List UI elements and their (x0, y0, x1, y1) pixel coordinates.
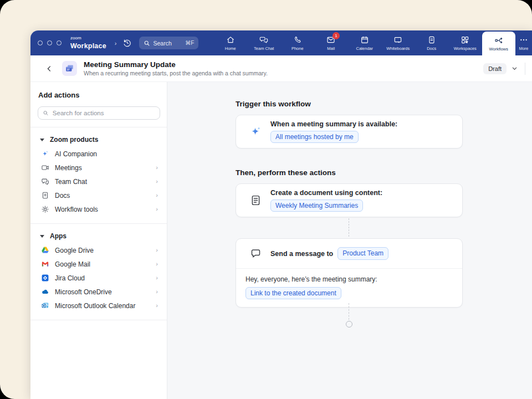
search-icon (43, 110, 49, 116)
send-message-card[interactable]: Send a message to Product Team Hey, ever… (236, 238, 463, 308)
onedrive-icon (40, 288, 49, 296)
sidebar-item-docs[interactable]: Docs › (38, 188, 160, 202)
ai-sparkle-icon (40, 150, 49, 158)
sidebar-heading: Add actions (38, 91, 160, 99)
phone-icon (293, 35, 302, 44)
window-controls[interactable] (38, 40, 62, 45)
sidebar-divider (30, 223, 167, 224)
window-control-dot[interactable] (47, 40, 52, 45)
back-button[interactable] (45, 65, 53, 73)
header-right: Draft (483, 63, 525, 75)
chevron-right-icon: › (156, 303, 158, 309)
chevron-right-icon: › (156, 289, 158, 295)
send-message-text: Send a message to (270, 250, 333, 258)
sidebar-item-jira-cloud[interactable]: Jira Cloud › (38, 271, 160, 285)
document-link-chip[interactable]: Link to the created document (245, 287, 341, 299)
jira-icon (40, 274, 49, 283)
recipient-chip[interactable]: Product Team (337, 247, 388, 259)
connector-line (349, 218, 349, 237)
workflows-icon (494, 36, 503, 45)
sidebar-divider (30, 320, 167, 320)
nav-items: Home Team Chat Phone 1 Mail Calend (214, 30, 532, 55)
calendar-icon (360, 35, 369, 44)
nav-item-team-chat[interactable]: Team Chat (247, 30, 281, 55)
workflow-subtitle: When a recurring meeting starts, post th… (84, 70, 268, 76)
chevron-right-icon: › (156, 192, 158, 198)
window-control-dot[interactable] (38, 40, 43, 45)
nav-item-workspaces[interactable]: Workspaces (448, 30, 482, 55)
docs-icon (427, 35, 436, 44)
nav-item-docs[interactable]: Docs (415, 30, 449, 55)
status-chevron-down-icon[interactable] (511, 65, 518, 71)
sidebar-item-ai-companion[interactable]: AI Companion (38, 147, 160, 161)
gmail-icon (40, 260, 49, 269)
connector-line (349, 303, 349, 320)
section-apps[interactable]: Apps (40, 232, 160, 240)
window-control-dot[interactable] (57, 40, 62, 45)
chevron-left-icon (45, 65, 53, 73)
trigger-text: When a meeting summary is available: (270, 120, 397, 128)
nav-item-mail[interactable]: 1 Mail (314, 30, 348, 55)
global-search[interactable]: Search ⌘F (139, 37, 198, 49)
history-icon[interactable] (122, 38, 132, 48)
screenshot-stage: zoom Workplace › Search ⌘F Home (0, 0, 532, 399)
document-title-chip[interactable]: Weekly Meeting Summaries (270, 200, 363, 212)
create-document-card[interactable]: Create a document using content: Weekly … (236, 183, 463, 217)
section-zoom-products[interactable]: Zoom products (40, 136, 160, 144)
search-icon (144, 40, 150, 47)
status-badge[interactable]: Draft (483, 63, 507, 74)
meetings-icon (40, 163, 49, 172)
header-divider (525, 63, 525, 75)
body-row: Add actions Zoom products (30, 82, 532, 399)
whiteboards-icon (393, 35, 402, 44)
actions-search-input[interactable] (52, 109, 155, 117)
chat-icon (40, 177, 49, 186)
trigger-scope-chip[interactable]: All meetings hosted by me (270, 131, 359, 143)
chat-bubble-icon (249, 247, 262, 260)
nav-item-more[interactable]: More (515, 30, 532, 55)
workflow-header: Meeting Summary Update When a recurring … (30, 55, 532, 82)
logo-workplace-text: Workplace (70, 42, 106, 50)
top-navbar: zoom Workplace › Search ⌘F Home (30, 30, 532, 55)
nav-item-home[interactable]: Home (214, 30, 248, 55)
google-drive-icon (40, 246, 49, 255)
nav-item-workflows[interactable]: Workflows (482, 32, 516, 55)
chevron-right-icon: › (156, 178, 158, 185)
add-actions-sidebar: Add actions Zoom products (30, 82, 167, 399)
team-chat-icon (259, 35, 268, 44)
trigger-card[interactable]: When a meeting summary is available: All… (236, 115, 463, 149)
search-shortcut: ⌘F (185, 40, 194, 46)
sidebar-item-google-mail[interactable]: Google Mail › (38, 257, 160, 271)
outlook-calendar-icon (40, 301, 49, 310)
ai-sparkle-icon (249, 125, 262, 138)
logo-zoom-text: zoom (70, 36, 106, 40)
sidebar-item-workflow-tools[interactable]: Workflow tools › (38, 202, 160, 216)
sidebar-item-team-chat[interactable]: Team Chat › (38, 175, 160, 188)
home-icon (226, 35, 235, 44)
mail-badge: 1 (332, 32, 340, 39)
sidebar-item-microsoft-onedrive[interactable]: Microsoft OneDrive › (38, 285, 160, 299)
more-icon (519, 35, 528, 44)
message-body-text: Hey, everyone, here’s the meeting summar… (245, 275, 453, 283)
sidebar-divider (30, 127, 167, 127)
sidebar-item-meetings[interactable]: Meetings › (38, 161, 160, 175)
workspaces-icon (461, 35, 469, 44)
document-icon (249, 194, 262, 207)
workflow-thumbnail-icon (62, 61, 77, 76)
nav-item-calendar[interactable]: Calendar (348, 30, 382, 55)
collapse-triangle-icon (40, 235, 44, 238)
chevron-right-icon[interactable]: › (115, 40, 117, 47)
sidebar-item-google-drive[interactable]: Google Drive › (38, 243, 160, 257)
actions-search-box[interactable] (38, 106, 160, 120)
trigger-heading: Trigger this workflow (236, 100, 311, 108)
sidebar-item-microsoft-outlook-calendar[interactable]: Microsoft Outlook Calendar › (38, 299, 160, 313)
zoom-workplace-window: zoom Workplace › Search ⌘F Home (30, 30, 532, 399)
chevron-right-icon: › (156, 247, 158, 253)
nav-item-whiteboards[interactable]: Whiteboards (381, 30, 415, 55)
collapse-triangle-icon (40, 139, 44, 141)
gear-icon (40, 205, 49, 214)
actions-heading: Then, perform these actions (236, 168, 336, 177)
zoom-workplace-logo: zoom Workplace (70, 36, 106, 50)
nav-item-phone[interactable]: Phone (281, 30, 315, 55)
chevron-right-icon: › (156, 206, 158, 212)
